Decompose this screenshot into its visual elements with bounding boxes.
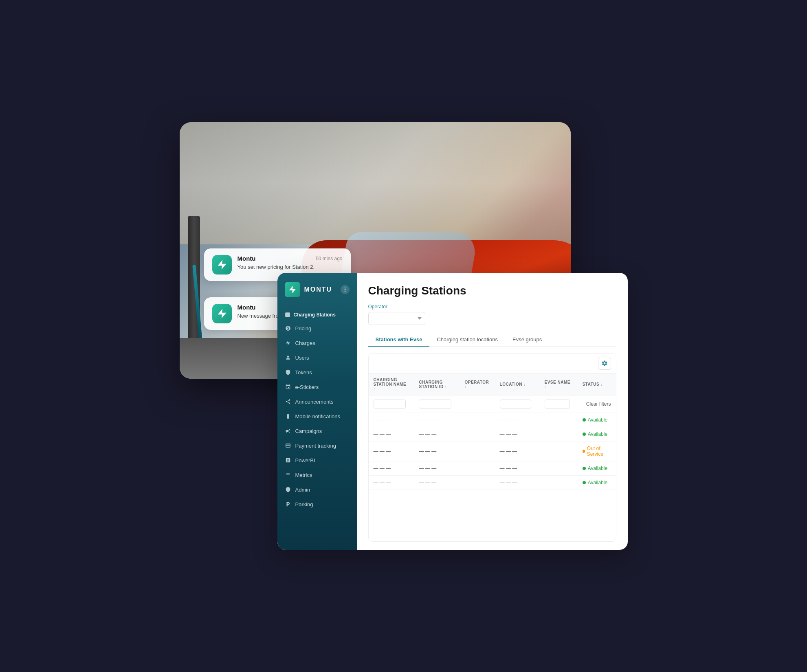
status-badge: Available — [583, 417, 607, 423]
sidebar-section-label: Charging Stations — [294, 312, 336, 318]
filter-evse-input[interactable] — [545, 400, 570, 408]
cell-name: — — — — [369, 441, 414, 461]
mobile-notifications-icon — [285, 413, 291, 419]
parking-icon — [285, 501, 291, 507]
cell-status: Available — [578, 413, 616, 427]
col-operator[interactable]: OPERATOR — [460, 373, 495, 395]
table-row: — — — — — — — — — Available — [369, 476, 616, 490]
cell-status: Out of Service — [578, 441, 616, 461]
col-location[interactable]: LOCATION — [495, 373, 540, 395]
tab-evse-groups[interactable]: Evse groups — [505, 333, 549, 347]
sidebar-item-admin[interactable]: Admin — [277, 482, 357, 497]
sidebar-item-payment-tracking[interactable]: Payment tracking — [277, 438, 357, 453]
svg-point-0 — [344, 288, 345, 288]
announcements-icon — [285, 398, 291, 405]
operator-field: Operator — [368, 304, 616, 325]
sidebar-menu-button[interactable] — [341, 285, 350, 294]
sidebar-item-campaigns[interactable]: Campaigns — [277, 424, 357, 438]
e-stickers-icon — [285, 384, 291, 390]
cell-operator — [460, 413, 495, 427]
main-container: Montu 50 mins ago You set new pricing fo… — [180, 122, 628, 550]
status-label: Available — [588, 480, 607, 485]
cell-location: — — — — [495, 461, 540, 476]
svg-point-2 — [344, 291, 345, 292]
cell-name: — — — — [369, 427, 414, 441]
sidebar-item-announcements[interactable]: Announcements — [277, 394, 357, 409]
table-row: — — — — — — — — — Available — [369, 427, 616, 441]
col-station-id[interactable]: CHARGING STATION ID — [414, 373, 460, 395]
notif-icon-2 — [212, 304, 232, 323]
dashboard-card: MONTU Charging Stations Pricing — [277, 273, 628, 550]
sidebar-section-charging-stations[interactable]: Charging Stations — [277, 306, 357, 321]
col-evse-name[interactable]: EVSE NAME — [540, 373, 578, 395]
notif-header-1: Montu 50 mins ago — [237, 255, 343, 262]
cell-evse — [540, 427, 578, 441]
sidebar-item-admin-label: Admin — [295, 487, 310, 493]
cell-id: — — — — [414, 441, 460, 461]
sidebar-item-mobile-notifications[interactable]: Mobile notifications — [277, 409, 357, 424]
svg-point-1 — [344, 289, 345, 290]
table-toolbar — [369, 354, 616, 373]
campaigns-icon — [285, 428, 291, 434]
col-status[interactable]: STATUS — [578, 373, 616, 395]
tab-locations[interactable]: Charging station locations — [429, 333, 505, 347]
operator-select[interactable] — [368, 312, 425, 325]
notif-content-1: Montu 50 mins ago You set new pricing fo… — [237, 255, 343, 271]
cell-evse — [540, 476, 578, 490]
status-badge: Available — [583, 466, 607, 471]
cell-operator — [460, 476, 495, 490]
filter-location-input[interactable] — [500, 400, 531, 408]
cell-operator — [460, 441, 495, 461]
col-name[interactable]: CHARGING STATION NAME — [369, 373, 414, 395]
cell-id: — — — — [414, 476, 460, 490]
notif-icon-1 — [212, 255, 232, 275]
sidebar-item-powerbi[interactable]: PowerBI — [277, 453, 357, 468]
sidebar-item-payment-label: Payment tracking — [295, 443, 336, 449]
cell-name: — — — — [369, 413, 414, 427]
table-container: CHARGING STATION NAME CHARGING STATION I… — [368, 353, 616, 542]
sidebar-logo: MONTU — [277, 273, 357, 306]
powerbi-icon — [285, 457, 291, 463]
clear-filters-button[interactable]: Clear filters — [578, 395, 616, 413]
filter-name-input[interactable] — [374, 400, 406, 408]
sidebar-item-users[interactable]: Users — [277, 350, 357, 365]
building-background — [180, 122, 571, 244]
table-row: — — — — — — — — — Out of Service — [369, 441, 616, 461]
tab-stations-evse[interactable]: Stations with Evse — [368, 333, 430, 347]
cell-name: — — — — [369, 476, 414, 490]
cell-evse — [540, 441, 578, 461]
table-row: — — — — — — — — — Available — [369, 461, 616, 476]
notif-title-2: Montu — [237, 304, 256, 311]
status-badge: Available — [583, 431, 607, 437]
sidebar-item-metrics[interactable]: Metrics — [277, 468, 357, 482]
tokens-icon — [285, 369, 291, 376]
tabs-row: Stations with Evse Charging station loca… — [368, 333, 616, 347]
stations-table: CHARGING STATION NAME CHARGING STATION I… — [369, 373, 616, 490]
cell-location: — — — — [495, 413, 540, 427]
filter-id-input[interactable] — [419, 400, 451, 408]
sidebar-item-pricing-label: Pricing — [295, 325, 312, 332]
status-dot — [583, 467, 586, 470]
cell-name: — — — — [369, 461, 414, 476]
sidebar-item-campaigns-label: Campaigns — [295, 428, 322, 434]
status-label: Available — [588, 431, 607, 437]
status-label: Available — [588, 466, 607, 471]
cell-location: — — — — [495, 427, 540, 441]
notif-message-1: You set new pricing for Station 2. — [237, 264, 343, 271]
sidebar-item-charges[interactable]: Charges — [277, 336, 357, 350]
operator-label: Operator — [368, 304, 616, 310]
cell-status: Available — [578, 461, 616, 476]
notif-time-1: 50 mins ago — [316, 256, 342, 261]
status-dot — [583, 481, 586, 484]
filter-row: Clear filters — [369, 395, 616, 413]
table-settings-button[interactable] — [598, 357, 611, 370]
sidebar-item-parking[interactable]: Parking — [277, 497, 357, 512]
cell-id: — — — — [414, 461, 460, 476]
sidebar-item-e-stickers[interactable]: e-Stickers — [277, 380, 357, 394]
sidebar-item-tokens-label: Tokens — [295, 369, 312, 376]
sidebar-item-tokens[interactable]: Tokens — [277, 365, 357, 380]
sidebar-item-metrics-label: Metrics — [295, 472, 312, 478]
table-header-row: CHARGING STATION NAME CHARGING STATION I… — [369, 373, 616, 395]
sidebar-item-pricing[interactable]: Pricing — [277, 321, 357, 336]
cell-id: — — — — [414, 413, 460, 427]
